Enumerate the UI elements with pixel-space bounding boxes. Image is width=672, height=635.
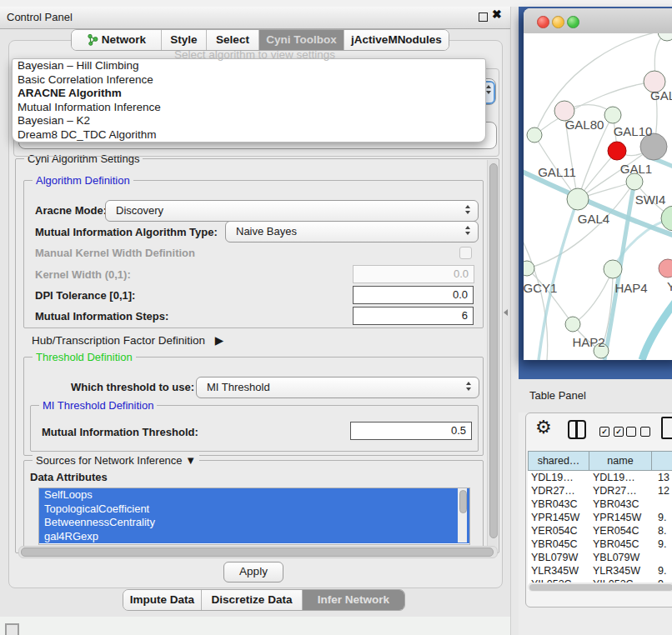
attributes-list-scrollbar-thumb[interactable] [459, 490, 467, 513]
list-item-selected[interactable]: SelfLoops [39, 488, 469, 502]
network-view-window: GAL80 GAL10 GAL11 GAL1 SWI4 GAL4 GCY1 HA… [524, 8, 672, 360]
tab-network[interactable]: Network [72, 30, 161, 50]
tab-cyni-toolbox[interactable]: Cyni Toolbox [258, 30, 344, 50]
close-traffic-light[interactable] [537, 16, 549, 28]
splitter-collapse-icon[interactable] [504, 309, 508, 316]
algorithm-option[interactable]: Bayesian – K2 [13, 114, 485, 128]
mi-threshold-label: Mutual Information Threshold: [42, 426, 198, 438]
node-hap2[interactable] [565, 317, 580, 332]
combo-arrows-icon [486, 85, 491, 94]
manual-kernel-checkbox[interactable] [459, 247, 472, 259]
label-gal11: GAL11 [538, 165, 576, 179]
minimize-traffic-light[interactable] [552, 16, 564, 28]
table-row[interactable]: YDL19… YDL19… 13 [528, 471, 672, 484]
dpi-tolerance-field[interactable]: 0.0 [353, 286, 474, 304]
list-item-selected[interactable]: BetweennessCentrality [39, 516, 469, 530]
sources-toggle[interactable]: Sources for Network Inference ▼ [33, 454, 199, 467]
hub-definition-toggle[interactable]: Hub/Transcription Factor Definition ▶ [32, 333, 223, 347]
column-header-name[interactable]: name [589, 451, 652, 471]
tab-impute-data[interactable]: Impute Data [123, 590, 201, 610]
label-y-partial: Y [667, 279, 672, 293]
collapsed-arrow-icon: ▶ [215, 334, 223, 347]
table-row[interactable]: YPR145W YPR145W 9. [528, 511, 672, 524]
mi-type-label: Mutual Information Algorithm Type: [35, 226, 218, 238]
bottom-frame-strip [0, 617, 510, 635]
label-gal-partial: GAL [650, 88, 672, 102]
settings-horizontal-scrollbar[interactable] [18, 546, 498, 558]
node-swi4[interactable] [661, 206, 672, 231]
table-horizontal-scrollbar[interactable] [528, 582, 672, 592]
tab-jactivemnodules[interactable]: jActiveMNodules [344, 30, 449, 50]
hub-definition-label: Hub/Transcription Factor Definition [32, 334, 205, 347]
combo-arrows-icon [465, 205, 470, 214]
close-panel-button[interactable]: ✖ [492, 8, 502, 21]
tab-cyni-toolbox-label: Cyni Toolbox [266, 30, 337, 50]
tab-infer-network[interactable]: Infer Network [302, 590, 404, 610]
algorithm-option[interactable]: Dream8 DC_TDC Algorithm [13, 128, 485, 142]
table-panel-title: Table Panel [529, 389, 586, 402]
list-item-selected[interactable]: gal4RGexp [39, 530, 469, 544]
tab-select[interactable]: Select [206, 30, 258, 50]
mi-threshold-field[interactable]: 0.5 [350, 422, 472, 440]
table-row[interactable]: YBR043C YBR043C [528, 498, 672, 511]
tab-discretize-data[interactable]: Discretize Data [201, 590, 302, 610]
node-gal4[interactable] [567, 188, 589, 210]
attributes-list-scrollbar[interactable] [458, 488, 467, 542]
app-root: Control Panel ✖ Network Style Select Cyn… [0, 0, 672, 635]
sources-title: Sources for Network Inference [36, 454, 183, 467]
table-row[interactable]: YDR27… YDR27… 12 [528, 484, 672, 498]
algorithm-option[interactable]: Bayesian – Hill Climbing [13, 59, 485, 73]
table-row[interactable]: YLR345W YLR345W 9. [528, 564, 672, 578]
node-gal11[interactable] [527, 128, 542, 142]
aracne-mode-select[interactable]: Discovery [105, 200, 479, 222]
combo-arrows-icon [466, 382, 471, 391]
node-salmon[interactable] [659, 259, 672, 278]
export-table-icon[interactable] [661, 417, 672, 439]
settings-vertical-scrollbar-thumb[interactable] [489, 163, 498, 538]
columns-icon[interactable] [568, 420, 586, 439]
select-all-checkboxes-icon[interactable]: ✓✓ [599, 427, 624, 437]
column-header-shared[interactable]: shared… [528, 451, 589, 471]
dock-panel-icon[interactable] [5, 623, 19, 635]
network-window-titlebar[interactable] [524, 8, 672, 34]
list-item-selected[interactable]: TopologicalCoefficient [39, 502, 469, 517]
table-row[interactable]: YBR045C YBR045C 9. [528, 538, 672, 551]
apply-button[interactable]: Apply [223, 562, 283, 582]
mi-steps-field[interactable]: 6 [353, 307, 474, 325]
tab-style-label: Style [170, 30, 197, 50]
network-canvas[interactable]: GAL80 GAL10 GAL11 GAL1 SWI4 GAL4 GCY1 HA… [524, 33, 672, 360]
float-window-button[interactable] [479, 12, 488, 22]
zoom-traffic-light[interactable] [567, 16, 579, 28]
label-gcy1: GCY1 [524, 281, 557, 295]
table-row[interactable]: YBL079W YBL079W [528, 551, 672, 564]
node-gcy1[interactable] [524, 261, 534, 276]
node-gal10[interactable] [604, 107, 621, 123]
algorithm-option-selected[interactable]: ARACNE Algorithm [13, 87, 485, 101]
mi-type-select[interactable]: Naive Bayes [225, 221, 479, 242]
kernel-width-field[interactable]: 0.0 [353, 265, 474, 283]
settings-horizontal-scrollbar-thumb[interactable] [21, 548, 494, 557]
network-graph: GAL80 GAL10 GAL11 GAL1 SWI4 GAL4 GCY1 HA… [524, 33, 672, 360]
node-hap4[interactable] [604, 260, 622, 278]
which-threshold-select[interactable]: MI Threshold [196, 377, 479, 398]
tab-select-label: Select [216, 30, 249, 50]
which-threshold-label: Which threshold to use: [71, 381, 194, 393]
mi-steps-label: Mutual Information Steps: [35, 310, 168, 322]
expanded-arrow-icon: ▼ [185, 454, 196, 467]
table-horizontal-scrollbar-thumb[interactable] [529, 584, 672, 591]
algorithm-option[interactable]: Mutual Information Inference [13, 101, 485, 115]
deselect-all-checkboxes-icon[interactable] [626, 427, 650, 437]
dpi-tolerance-label: DPI Tolerance [0,1]: [35, 289, 135, 302]
control-panel-titlebar: Control Panel [0, 7, 510, 29]
column-header-partial[interactable]: A [652, 451, 672, 471]
algorithm-option[interactable]: Basic Correlation Inference [13, 73, 485, 88]
tab-style[interactable]: Style [161, 30, 206, 50]
label-hap2: HAP2 [572, 335, 604, 349]
gear-icon[interactable]: ⚙ [535, 417, 552, 438]
aracne-mode-label: Aracne Mode: [35, 204, 107, 217]
settings-vertical-scrollbar[interactable] [487, 160, 498, 550]
table-row[interactable]: YER054C YER054C 8. [528, 524, 672, 538]
node-red-selected[interactable] [608, 142, 626, 160]
aracne-mode-value: Discovery [116, 204, 163, 217]
node-gal1[interactable] [626, 173, 643, 190]
